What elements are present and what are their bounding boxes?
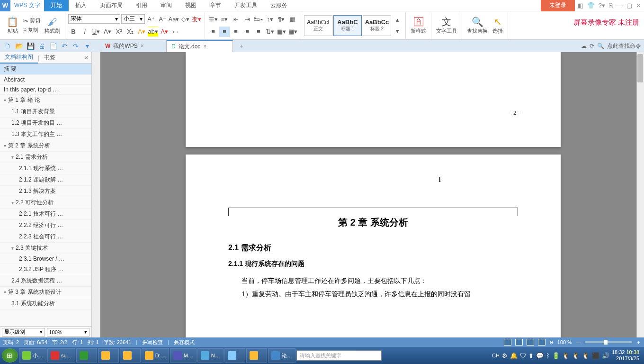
- zoom-plus-icon[interactable]: ＋: [636, 339, 641, 346]
- scroll-thumb[interactable]: [637, 54, 643, 82]
- outline-zoom-select[interactable]: 100%▾: [47, 328, 90, 337]
- style-up-icon[interactable]: ▴: [392, 15, 402, 25]
- outline-item[interactable]: ▾第 2 章 系统分析: [0, 140, 91, 152]
- taskbar-clock[interactable]: 18:32 10:38 2017/3/25: [612, 349, 642, 362]
- tray-shield-icon[interactable]: 🛡: [520, 352, 526, 359]
- menu-tab-2[interactable]: 页面布局: [93, 0, 129, 11]
- menu-tab-3[interactable]: 引用: [129, 0, 154, 11]
- save-icon[interactable]: 💾: [26, 41, 35, 51]
- close-window-icon[interactable]: ✕: [636, 2, 641, 9]
- tab-button[interactable]: ⭾▾: [253, 14, 264, 25]
- numbering-button[interactable]: ≡▾: [219, 14, 230, 25]
- shading-button[interactable]: ▦▾: [276, 27, 286, 37]
- cloud-icon[interactable]: ☁: [581, 43, 587, 49]
- ime-label[interactable]: CH: [492, 353, 500, 358]
- menu-tab-8[interactable]: 云服务: [264, 0, 294, 11]
- view-web-icon[interactable]: [527, 339, 534, 346]
- outline-item[interactable]: 1.2 项目开发的目 …: [0, 118, 91, 129]
- phonetic-button[interactable]: 变▾: [191, 14, 202, 25]
- borders-button[interactable]: ▦▾: [287, 27, 298, 37]
- tray-icon[interactable]: ⬛: [592, 352, 599, 359]
- font-color-button[interactable]: A▾: [159, 27, 170, 37]
- underline-button[interactable]: U▾: [91, 27, 101, 37]
- taskbar-item[interactable]: D:…: [142, 348, 169, 363]
- outline-item[interactable]: 摘 要: [0, 64, 91, 75]
- minimize-icon[interactable]: —: [617, 2, 623, 9]
- new-doc-icon[interactable]: 🗋: [3, 41, 12, 51]
- bookmark-tab[interactable]: 书签: [39, 52, 60, 64]
- outline-item[interactable]: 2.1.3 解决方案: [0, 186, 91, 197]
- tray-icon[interactable]: 🔔: [510, 352, 518, 359]
- align-left-button[interactable]: ≡: [208, 27, 218, 37]
- menu-tab-6[interactable]: 章节: [203, 0, 228, 11]
- tray-icon[interactable]: 💬: [536, 352, 544, 359]
- menu-tab-1[interactable]: 插入: [69, 0, 93, 11]
- tray-bluetooth-icon[interactable]: ᛒ: [546, 352, 550, 359]
- outline-item[interactable]: 2.3.2 JSP 程序 …: [0, 264, 91, 275]
- help-icon[interactable]: ?▾: [599, 2, 605, 9]
- style-box-2[interactable]: AaBbCc标题 2: [363, 15, 391, 36]
- align-right-button[interactable]: ≡: [231, 27, 241, 37]
- taskbar-item[interactable]: [76, 348, 97, 363]
- outline-item[interactable]: 1.3 本文工作的主 …: [0, 129, 91, 140]
- tray-icon[interactable]: ⚙: [502, 352, 508, 359]
- subscript-button[interactable]: X₂: [125, 27, 135, 37]
- tray-qq-icon[interactable]: 🐧: [582, 352, 590, 359]
- menu-tab-0[interactable]: 开始: [44, 0, 69, 11]
- outline-item[interactable]: Abstract: [0, 75, 91, 85]
- style-box-1[interactable]: AaBbC标题 1: [333, 15, 362, 36]
- dec-indent-button[interactable]: ⇤: [231, 14, 241, 25]
- close-tab-icon[interactable]: ×: [141, 43, 144, 49]
- distribute-button[interactable]: ≡: [253, 27, 264, 37]
- login-button[interactable]: 未登录: [541, 0, 575, 11]
- add-tab-button[interactable]: ＋: [235, 42, 248, 50]
- taskbar-item[interactable]: [98, 348, 119, 363]
- menu-tab-7[interactable]: 开发工具: [228, 0, 264, 11]
- undo-icon[interactable]: ↶: [60, 41, 69, 51]
- grow-font-button[interactable]: A⁺: [146, 14, 156, 25]
- zoom-slider[interactable]: [585, 341, 632, 343]
- zoom-minus-icon[interactable]: —: [576, 339, 581, 345]
- search-command-link[interactable]: 点此查找命令: [607, 42, 641, 50]
- tray-qq-icon[interactable]: 🐧: [572, 352, 580, 359]
- inc-indent-button[interactable]: ⇥: [242, 14, 252, 25]
- close-panel-icon[interactable]: ✕: [81, 55, 91, 61]
- menu-tab-4[interactable]: 审阅: [154, 0, 179, 11]
- outline-item[interactable]: 2.3.1 Browser / …: [0, 254, 91, 264]
- zoom-knob[interactable]: [604, 340, 608, 345]
- tray-volume-icon[interactable]: 🔊: [602, 352, 609, 359]
- align-center-button[interactable]: ≡: [219, 27, 230, 37]
- new-style-button[interactable]: 🄰新样式: [409, 15, 428, 36]
- tray-icon[interactable]: ⬆: [528, 352, 534, 359]
- taskbar-item[interactable]: su…: [47, 348, 75, 363]
- outline-tree[interactable]: 摘 要AbstractIn this paper, top-d …▾第 1 章 …: [0, 64, 91, 326]
- border-button[interactable]: ▦: [287, 14, 298, 25]
- start-button[interactable]: ⊞: [2, 348, 18, 363]
- line-spacing-button[interactable]: ⇅▾: [265, 27, 275, 37]
- open-doc-icon[interactable]: 📂: [14, 41, 24, 51]
- text-effect-button[interactable]: A▾: [136, 27, 147, 37]
- outline-item[interactable]: 2.1.2 课题欲解 …: [0, 174, 91, 186]
- show-marks-button[interactable]: ¶▾: [276, 14, 286, 25]
- export-icon[interactable]: ⎘: [609, 2, 613, 9]
- tray-icon[interactable]: 🔋: [552, 352, 560, 359]
- qat-menu-icon[interactable]: ▾: [82, 41, 92, 51]
- menu-tab-5[interactable]: 视图: [179, 0, 203, 11]
- outline-item[interactable]: 2.2.1 技术可行 …: [0, 209, 91, 220]
- bold-button[interactable]: B: [68, 27, 79, 37]
- outline-item[interactable]: In this paper, top-d …: [0, 85, 91, 95]
- skin-icon[interactable]: ◧: [578, 2, 583, 9]
- taskbar-item[interactable]: [120, 348, 141, 363]
- select-button[interactable]: ↖选择: [491, 15, 505, 36]
- style-down-icon[interactable]: ▾: [392, 26, 402, 36]
- outline-item[interactable]: 2.1.1 现行系统 …: [0, 163, 91, 174]
- format-painter-button[interactable]: 🖌 格式刷: [43, 15, 62, 36]
- close-tab-icon[interactable]: ×: [203, 43, 206, 50]
- view-read-icon[interactable]: [515, 339, 523, 346]
- redo-icon[interactable]: ↷: [71, 41, 80, 51]
- style-box-0[interactable]: AaBbCcI正文: [304, 15, 332, 36]
- taskbar-item[interactable]: N…: [197, 348, 224, 363]
- outline-item[interactable]: ▾2.3 关键技术: [0, 243, 91, 254]
- font-name-select[interactable]: 宋体▾: [68, 14, 120, 24]
- view-print-icon[interactable]: [504, 339, 511, 346]
